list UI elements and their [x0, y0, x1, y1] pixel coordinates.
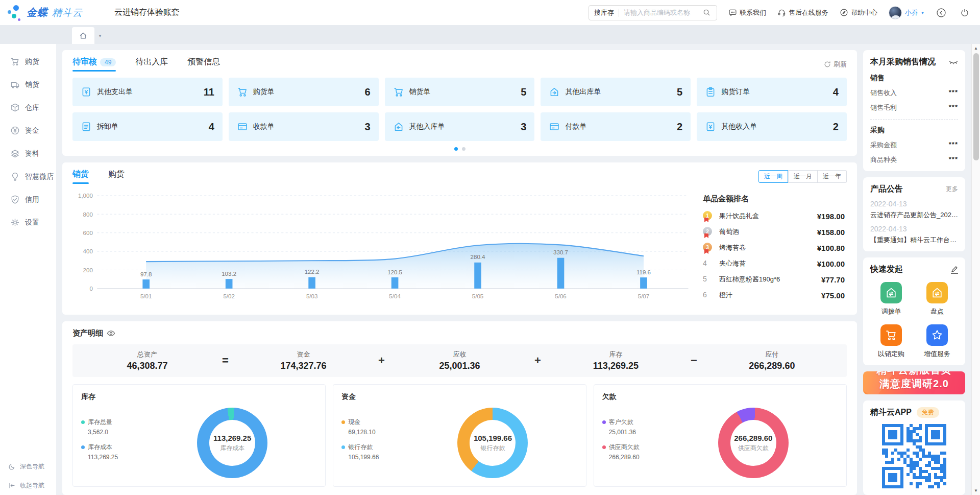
- tab-购货[interactable]: 购货: [108, 169, 125, 184]
- pending-card-付款单[interactable]: 付款单2: [541, 112, 691, 141]
- page-dot-1[interactable]: [454, 147, 458, 151]
- range-button-近一月[interactable]: 近一月: [788, 170, 818, 183]
- quick-action-盘点[interactable]: 盘点: [926, 282, 948, 316]
- pending-card-其他收入单[interactable]: 其他收入单2: [697, 112, 847, 141]
- ranking-row[interactable]: 5西红柿意粉酱190g*6¥77.70: [703, 274, 845, 285]
- sidebar-item-信用[interactable]: 信用: [0, 188, 56, 211]
- range-button-近一年[interactable]: 近一年: [818, 170, 847, 183]
- back-icon[interactable]: [935, 7, 947, 19]
- quick-action-以销定购[interactable]: 以销定购: [878, 324, 904, 359]
- home-tab[interactable]: [72, 27, 94, 44]
- ranking-row[interactable]: 2葡萄酒¥158.00: [703, 227, 845, 237]
- eye-closed-icon[interactable]: [949, 59, 958, 65]
- sidebar-item-销货[interactable]: 销货: [0, 73, 56, 96]
- pending-card-其他入库单[interactable]: 其他入库单3: [385, 112, 535, 141]
- quick-action-增值服务[interactable]: 增值服务: [924, 324, 950, 359]
- legend-label: 库存成本: [88, 443, 112, 452]
- sidebar-footer-收起导航[interactable]: 收起导航: [0, 476, 56, 495]
- house-swap-icon: [880, 282, 902, 303]
- sidebar-item-仓库[interactable]: 仓库: [0, 96, 56, 119]
- tab-待审核[interactable]: 待审核49: [72, 57, 116, 72]
- edit-pencil-icon[interactable]: [951, 266, 958, 274]
- ranking-row[interactable]: 1果汁饮品礼盒¥198.00: [703, 211, 845, 221]
- survey-banner[interactable]: 精斗云新版首页 满意度调研2.0 全新首页已到来 期待收到您的反馈: [863, 371, 965, 394]
- notice-link[interactable]: 【重要通知】精斗云工作台域...: [870, 235, 958, 245]
- tab-label: 购货: [108, 169, 125, 180]
- tab-预警信息[interactable]: 预警信息: [187, 57, 220, 72]
- ranking-item-amount: ¥77.70: [821, 275, 845, 284]
- tab-label: 预警信息: [187, 57, 220, 67]
- pending-card-购货订单[interactable]: 购货订单4: [697, 78, 847, 106]
- trend-panel: 销货购货 近一周近一月近一年 02004006008001,00097.85/0…: [62, 162, 857, 315]
- pending-panel: 待审核49待出入库预警信息 刷新 其他支出单11购货单6销货单5其他出库单5购货…: [62, 50, 857, 156]
- page-dot-2[interactable]: [462, 147, 465, 151]
- tab-待出入库[interactable]: 待出入库: [135, 57, 168, 72]
- ranking-row[interactable]: 3烤海苔卷¥100.80: [703, 243, 845, 253]
- legend-dot: [602, 445, 606, 449]
- donut-chart-资金[interactable]: 105,199.66银行存款: [457, 408, 528, 478]
- header-link-2[interactable]: 售后在线服务: [777, 8, 828, 17]
- header-link-1[interactable]: 联系我们: [728, 8, 766, 17]
- page-scrollbar[interactable]: ▲ ▼: [971, 44, 980, 495]
- ranking-row[interactable]: 4夹心海苔¥100.00: [703, 258, 845, 269]
- sidebar-item-label: 仓库: [25, 103, 39, 112]
- pending-card-购货单[interactable]: 购货单6: [229, 78, 379, 106]
- scroll-thumb[interactable]: [973, 53, 979, 160]
- search-icon[interactable]: [702, 8, 712, 17]
- cart-icon: [237, 86, 248, 98]
- legend-head: 库存成本: [81, 443, 148, 452]
- pending-card-拆卸单[interactable]: 拆卸单4: [72, 112, 223, 141]
- pending-card-其他支出单[interactable]: 其他支出单11: [72, 78, 223, 106]
- search-input[interactable]: [624, 9, 702, 16]
- user-menu[interactable]: 小乔 ▾: [889, 6, 924, 19]
- donut-center-label: 银行存款: [480, 444, 505, 453]
- legend-head: 银行存款: [341, 443, 408, 452]
- tab-dropdown-caret[interactable]: ▾: [94, 27, 106, 44]
- scroll-down-icon[interactable]: ▼: [972, 486, 980, 495]
- ranking-row[interactable]: 6橙汁¥75.00: [703, 290, 845, 300]
- sales-trend-chart[interactable]: 02004006008001,00097.85/01103.25/02122.2…: [72, 187, 694, 311]
- pending-card-count: 5: [677, 86, 682, 98]
- donut-chart-库存[interactable]: 113,269.25库存成本: [197, 408, 267, 478]
- pending-card-label: 购货订单: [721, 87, 750, 97]
- search-scope-label[interactable]: 搜库存: [594, 8, 614, 17]
- ranking-item-name: 烤海苔卷: [719, 243, 813, 252]
- avatar[interactable]: [889, 6, 902, 19]
- svg-text:0: 0: [89, 286, 92, 292]
- sidebar-item-资金[interactable]: 资金: [0, 119, 56, 142]
- donut-chart-欠款[interactable]: 266,289.60供应商欠款: [718, 408, 789, 478]
- scroll-up-icon[interactable]: ▲: [972, 44, 980, 53]
- house-in-icon: [393, 121, 404, 132]
- header-link-3[interactable]: 帮助中心: [840, 8, 877, 17]
- page-root: 金蝶 精斗云 云进销存体验账套 搜库存 联系我们售后在线服务帮助中心 小乔 ▾: [0, 0, 980, 495]
- header-links: 联系我们售后在线服务帮助中心: [728, 8, 877, 17]
- pending-card-收款单[interactable]: 收款单3: [229, 112, 379, 141]
- pending-card-销货单[interactable]: 销货单5: [385, 78, 535, 106]
- sidebar-footer-深色导航[interactable]: 深色导航: [0, 457, 56, 476]
- tab-销货[interactable]: 销货: [72, 169, 89, 184]
- eye-icon[interactable]: [107, 329, 115, 338]
- sidebar-item-购货[interactable]: 购货: [0, 50, 56, 73]
- sidebar-item-label: 资料: [25, 149, 39, 158]
- quick-actions-panel: 快速发起 调拨单盘点以销定购增值服务: [863, 257, 965, 365]
- sidebar-item-智慧微店[interactable]: 智慧微店: [0, 165, 56, 188]
- refresh-button[interactable]: 刷新: [824, 60, 847, 69]
- collapse-icon: [8, 482, 16, 489]
- sidebar-item-资料[interactable]: 资料: [0, 142, 56, 165]
- sidebar-item-设置[interactable]: 设置: [0, 211, 56, 234]
- range-button-近一周[interactable]: 近一周: [758, 170, 788, 183]
- quick-action-调拨单[interactable]: 调拨单: [880, 282, 902, 316]
- layers-icon: [10, 149, 20, 158]
- pending-card-其他出库单[interactable]: 其他出库单5: [541, 78, 691, 106]
- notices-more-link[interactable]: 更多: [946, 185, 958, 194]
- notice-link[interactable]: 云进销存产品更新公告_20220...: [870, 210, 958, 220]
- legend-label: 供应商欠款: [609, 443, 640, 452]
- inventory-search[interactable]: 搜库存: [589, 5, 717, 20]
- header-link-label: 售后在线服务: [789, 8, 828, 17]
- monthly-title: 本月采购销售情况: [870, 57, 936, 67]
- sidebar-item-label: 设置: [25, 218, 39, 227]
- svg-text:400: 400: [83, 248, 93, 254]
- assets-title: 资产明细: [72, 328, 103, 338]
- power-icon[interactable]: [959, 7, 971, 19]
- app-logo[interactable]: 金蝶 精斗云: [7, 4, 83, 21]
